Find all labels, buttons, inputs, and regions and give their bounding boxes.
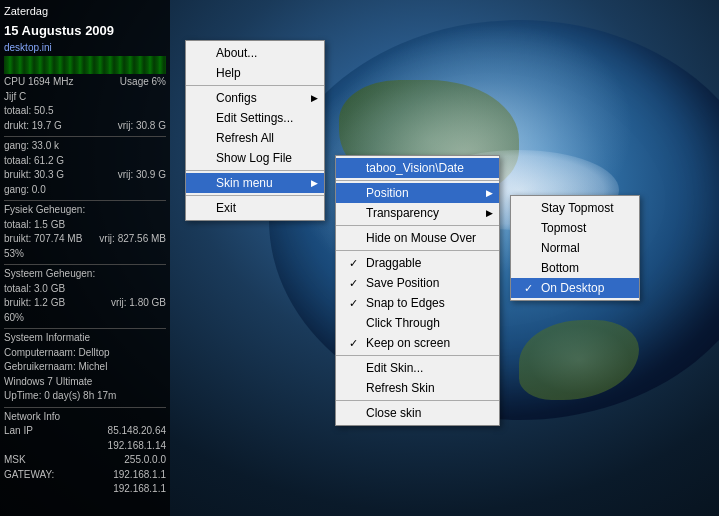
date-label: 15 Augustus 2009 xyxy=(4,22,166,41)
edit-settings-item[interactable]: Edit Settings... xyxy=(186,108,324,128)
disk-section: gang: 33.0 k totaal: 61.2 G bruikt: 30.3… xyxy=(4,136,166,197)
refresh-all-item[interactable]: Refresh All xyxy=(186,128,324,148)
save-position-label: Save Position xyxy=(366,276,479,290)
cpu-usage: Usage 6% xyxy=(120,75,166,90)
skin-sep2 xyxy=(336,225,499,226)
save-position-check: ✓ xyxy=(346,277,360,290)
disk-row: bruikt: 30.3 G vrij: 30.9 G xyxy=(4,168,166,183)
hide-on-mouse-item[interactable]: Hide on Mouse Over xyxy=(336,228,499,248)
gw-label: GATEWAY: xyxy=(4,468,54,483)
position-item[interactable]: Position xyxy=(336,183,499,203)
mem-totaal: totaal: 1.5 GB xyxy=(4,218,166,233)
earth-land2 xyxy=(519,320,639,400)
computer-name: Computernaam: Delltop xyxy=(4,346,166,361)
keep-on-screen-check: ✓ xyxy=(346,337,360,350)
save-position-item[interactable]: ✓ Save Position xyxy=(336,273,499,293)
edit-skin-item[interactable]: Edit Skin... xyxy=(336,358,499,378)
position-label: Position xyxy=(366,186,479,200)
swap-section: Systeem Geheugen: totaal: 3.0 GB bruikt:… xyxy=(4,264,166,325)
position-submenu: Stay Topmost Topmost Normal Bottom ✓ On … xyxy=(510,195,640,301)
show-log-item[interactable]: Show Log File xyxy=(186,148,324,168)
disk-vrij: vrij: 30.9 G xyxy=(118,168,166,183)
cpu-graph xyxy=(4,56,166,74)
exit-label: Exit xyxy=(216,201,304,215)
swap-totaal: totaal: 3.0 GB xyxy=(4,282,166,297)
on-desktop-label: On Desktop xyxy=(541,281,619,295)
user-name: Gebruikernaam: Michel xyxy=(4,360,166,375)
ip-row: Lan IP 85.148.20.64 xyxy=(4,424,166,439)
topmost-label: Topmost xyxy=(541,221,619,235)
about-label: About... xyxy=(216,46,304,60)
draggable-check: ✓ xyxy=(346,257,360,270)
configs-label: Configs xyxy=(216,91,304,105)
normal-label: Normal xyxy=(541,241,619,255)
topmost-item[interactable]: Topmost xyxy=(511,218,639,238)
mem-label: Fysiek Geheugen: xyxy=(4,203,166,218)
on-desktop-check: ✓ xyxy=(521,282,535,295)
disk-totaal: totaal: 61.2 G xyxy=(4,154,166,169)
mask-label: MSK xyxy=(4,453,26,468)
close-skin-label: Close skin xyxy=(366,406,479,420)
skin-sep5 xyxy=(336,400,499,401)
snap-to-edges-item[interactable]: ✓ Snap to Edges xyxy=(336,293,499,313)
skin-menu-item[interactable]: Skin menu xyxy=(186,173,324,193)
on-desktop-item[interactable]: ✓ On Desktop xyxy=(511,278,639,298)
sys-section: Systeem Informatie Computernaam: Delltop… xyxy=(4,328,166,404)
draggable-label: Draggable xyxy=(366,256,479,270)
click-through-label: Click Through xyxy=(366,316,479,330)
local-ip: 85.148.20.64 xyxy=(108,424,166,439)
skin-menu-label: Skin menu xyxy=(216,176,304,190)
disk-bruikt: bruikt: 30.3 G xyxy=(4,168,64,183)
snap-to-edges-label: Snap to Edges xyxy=(366,296,479,310)
skin-sep4 xyxy=(336,355,499,356)
mask-row: MSK 255.0.0.0 xyxy=(4,453,166,468)
skin-submenu: taboo_Vision\Date Position Transparency … xyxy=(335,155,500,426)
snap-to-edges-check: ✓ xyxy=(346,297,360,310)
swap-label: Systeem Geheugen: xyxy=(4,267,166,282)
swap-row: bruikt: 1.2 GB vrij: 1.80 GB xyxy=(4,296,166,311)
desktop-link[interactable]: desktop.ini xyxy=(4,41,166,56)
system-panel: Zaterdag 15 Augustus 2009 desktop.ini CP… xyxy=(0,0,170,516)
exit-item[interactable]: Exit xyxy=(186,198,324,218)
about-item[interactable]: About... xyxy=(186,43,324,63)
keep-on-screen-item[interactable]: ✓ Keep on screen xyxy=(336,333,499,353)
show-log-label: Show Log File xyxy=(216,151,304,165)
sys-label: Systeem Informatie xyxy=(4,331,166,346)
click-through-item[interactable]: Click Through xyxy=(336,313,499,333)
mem-row: bruikt: 707.74 MB vrij: 827.56 MB xyxy=(4,232,166,247)
keep-on-screen-label: Keep on screen xyxy=(366,336,479,350)
cpu-totaal: totaal: 50.5 xyxy=(4,104,53,119)
close-skin-item[interactable]: Close skin xyxy=(336,403,499,423)
gw-row: GATEWAY: 192.168.1.1 xyxy=(4,468,166,483)
stay-topmost-item[interactable]: Stay Topmost xyxy=(511,198,639,218)
configs-item[interactable]: Configs xyxy=(186,88,324,108)
cpu-drukt: drukt: 19.7 G xyxy=(4,119,62,134)
draggable-item[interactable]: ✓ Draggable xyxy=(336,253,499,273)
cpu-name: Jijf C xyxy=(4,90,166,105)
cpu-label: CPU 1694 MHz xyxy=(4,75,73,90)
normal-item[interactable]: Normal xyxy=(511,238,639,258)
skin-sep1 xyxy=(336,180,499,181)
mask-value: 255.0.0.0 xyxy=(124,453,166,468)
help-item[interactable]: Help xyxy=(186,63,324,83)
cpu-vrij: vrij: 30.8 G xyxy=(118,119,166,134)
mem-bruikt: bruikt: 707.74 MB xyxy=(4,232,82,247)
mem-pct: 53% xyxy=(4,247,166,262)
refresh-skin-item[interactable]: Refresh Skin xyxy=(336,378,499,398)
net-label: Network Info xyxy=(4,410,166,425)
help-label: Help xyxy=(216,66,304,80)
bottom-label: Bottom xyxy=(541,261,619,275)
edit-skin-label: Edit Skin... xyxy=(366,361,479,375)
swap-vrij: vrij: 1.80 GB xyxy=(111,296,166,311)
disk-gang: gang: 33.0 k xyxy=(4,139,166,154)
date-label: taboo_Vision\Date xyxy=(366,161,479,175)
bottom-item[interactable]: Bottom xyxy=(511,258,639,278)
swap-pct: 60% xyxy=(4,311,166,326)
local-ip-label: Lan IP xyxy=(4,424,33,439)
mem-vrij: vrij: 827.56 MB xyxy=(99,232,166,247)
transparency-label: Transparency xyxy=(366,206,479,220)
date-item[interactable]: taboo_Vision\Date xyxy=(336,158,499,178)
hide-on-mouse-label: Hide on Mouse Over xyxy=(366,231,479,245)
transparency-item[interactable]: Transparency xyxy=(336,203,499,223)
os-label: Windows 7 Ultimate xyxy=(4,375,166,390)
